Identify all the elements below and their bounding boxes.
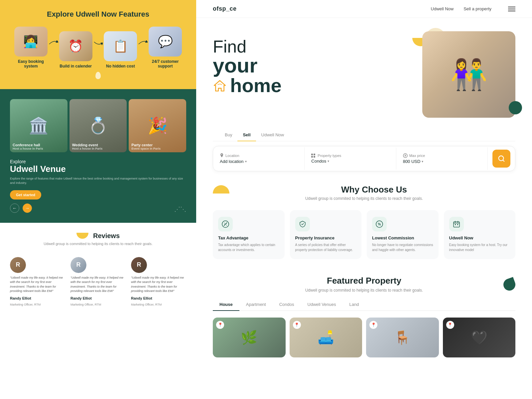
reviewer-role-2: Marketing Officer, RTM — [70, 303, 126, 306]
hero-your: your — [213, 55, 422, 76]
property-card-3[interactable]: 📍 🪑 — [366, 318, 439, 357]
hamburger-menu[interactable] — [508, 7, 515, 11]
property-value: Condos ▾ — [311, 159, 389, 164]
features-section: Explore Udwell Now Features 👩‍💻 Easy boo… — [0, 0, 196, 89]
property-img-2: 📍 🛋️ — [290, 318, 362, 357]
venue-img-party: 🎉 Party center Event space in Paris — [129, 99, 186, 152]
reviewer-avatar-2: R — [70, 257, 86, 273]
zigzag-deco: ⋰⋱ — [174, 205, 186, 213]
venue-img-label-party: Party center Event space in Paris — [131, 143, 161, 150]
hamburger-line-2 — [508, 9, 515, 9]
property-img-4: 📍 🖤 — [443, 318, 516, 357]
featured-tab-apartment[interactable]: Apartment — [239, 299, 273, 311]
search-button[interactable] — [492, 150, 510, 168]
tax-icon-svg — [221, 220, 229, 228]
search-tab-buy[interactable]: Buy — [219, 129, 237, 141]
why-card-tax: Tax Advantage Tax advantage which applie… — [213, 210, 285, 259]
grid-icon — [311, 154, 316, 158]
feature-item-calendar: ⏰ Build in calender — [58, 31, 93, 68]
percent-icon-svg: % — [375, 220, 383, 228]
search-tab-udwell[interactable]: Udwell Now — [256, 129, 290, 141]
hero-section: Find your home 👫 — [196, 18, 532, 124]
nav-prev-button[interactable]: ← — [10, 203, 19, 213]
avatar-placeholder-3: R — [131, 257, 147, 273]
hero-image-wrap: 👫 — [422, 31, 515, 118]
property-insurance-icon — [295, 217, 310, 231]
featured-tab-land[interactable]: Land — [343, 299, 366, 311]
why-card-title-udwell: Udwell Now — [449, 235, 510, 240]
features-title: Explore Udwell Now Features — [13, 10, 183, 19]
arrow-deco-2 — [93, 39, 103, 46]
reviews-half-circle-deco — [76, 233, 88, 239]
search-property-field[interactable]: Property types Condos ▾ — [305, 148, 396, 170]
search-icon — [498, 155, 505, 162]
reviews-subtitle: Udwell group is committed to helping its… — [44, 242, 153, 246]
property-emoji-2: 🛋️ — [318, 330, 334, 345]
search-tab-sell[interactable]: Sell — [237, 129, 256, 141]
hero-text: Find your home — [213, 31, 422, 118]
reviewer-name-2: Randy Elliot — [70, 296, 126, 300]
nav-next-button[interactable]: → — [23, 203, 32, 213]
search-price-field[interactable]: Max price 800 USD ▾ — [396, 147, 488, 170]
nav-link-sell[interactable]: Sell a property — [464, 6, 491, 11]
reviewer-name-3: Randy Elliot — [131, 296, 186, 300]
venue-text-col: Explore Udwell Venue Explore the range o… — [10, 159, 186, 200]
venue-nav: ← → — [10, 203, 186, 213]
property-card-2[interactable]: 📍 🛋️ — [290, 318, 362, 357]
svg-rect-0 — [311, 154, 313, 155]
search-location-field[interactable]: Location Add location ▾ — [213, 147, 305, 170]
property-card-4[interactable]: 📍 🖤 — [443, 318, 516, 357]
featured-tab-udwell-venues[interactable]: Udwell Venues — [301, 299, 343, 311]
review-text-1: "Udwell made my life easy. It helped me … — [10, 276, 65, 294]
get-started-button[interactable]: Get started — [10, 190, 41, 200]
reviewer-name-1: Randy Elliot — [10, 296, 65, 300]
property-grid: 📍 🌿 📍 🛋️ 📍 🪑 📍 🖤 — [213, 318, 515, 357]
feature-label-no-hidden: No hidden cost — [106, 64, 135, 68]
review-card-1: R "Udwell made my life easy. It helped m… — [10, 257, 65, 306]
arrow-deco-1 — [49, 39, 58, 46]
property-img-3: 📍 🪑 — [366, 318, 439, 357]
featured-tabs: House Apartment Condos Udwell Venues Lan… — [213, 299, 515, 311]
calendar-icon-svg — [453, 220, 461, 228]
hero-image-bg: 👫 — [422, 31, 515, 118]
venue-explore-label: Explore — [10, 159, 186, 164]
feature-label-support: 24/7 customer support — [148, 59, 183, 68]
search-tabs: Buy Sell Udwell Now — [213, 124, 515, 141]
review-text-3: "Udwell made my life easy. It helped me … — [131, 276, 186, 294]
featured-tab-condos[interactable]: Condos — [273, 299, 301, 311]
udwell-now-icon — [449, 217, 464, 231]
feature-label-booking: Easy booking system — [13, 59, 49, 68]
deco-green-circle — [509, 101, 522, 114]
why-card-title-insurance: Property Insurance — [295, 235, 356, 240]
reviewer-avatar-1: R — [10, 257, 26, 273]
svg-rect-9 — [455, 224, 456, 225]
why-card-commission: % Lowest Commission No longer have to ne… — [367, 210, 439, 259]
hamburger-line-1 — [508, 7, 515, 7]
why-card-title-tax: Tax Advantage — [218, 235, 279, 240]
nav-link-udwell-now[interactable]: Udwell Now — [431, 6, 454, 11]
venue-title: Udwell Venue — [10, 164, 186, 174]
why-card-title-commission: Lowest Commission — [372, 235, 433, 240]
property-card-1[interactable]: 📍 🌿 — [213, 318, 286, 357]
feature-img-calendar: ⏰ — [59, 31, 92, 61]
featured-tab-house[interactable]: House — [213, 299, 239, 311]
feature-item-booking: 👩‍💻 Easy booking system — [13, 27, 49, 68]
property-pin-4: 📍 — [446, 321, 454, 329]
reviewer-role-3: Marketing Officer, RTM — [131, 303, 186, 306]
lowest-commission-icon: % — [372, 217, 387, 231]
featured-header: Featured Property Udwell group is commit… — [213, 276, 515, 293]
location-pin-icon — [220, 153, 224, 158]
svg-rect-3 — [314, 156, 315, 158]
property-emoji-1: 🌿 — [241, 330, 257, 345]
why-card-insurance: Property Insurance A series of policies … — [290, 210, 362, 259]
feature-img-booking: 👩‍💻 — [14, 27, 48, 57]
venue-desc: Explore the range of features that make … — [10, 177, 186, 186]
why-card-desc-tax: Tax advantage which applies to certain a… — [218, 242, 279, 252]
tax-advantage-icon — [218, 217, 233, 231]
features-grid: 👩‍💻 Easy booking system ⏰ Build in calen… — [13, 27, 183, 68]
property-pin-3: 📍 — [369, 321, 377, 329]
teardrop-deco — [95, 72, 101, 79]
reviews-section: Reviews Udwell group is committed to hel… — [0, 223, 196, 399]
hero-home: home — [230, 76, 282, 95]
why-card-desc-commission: No longer have to negotiate commissions … — [372, 242, 433, 252]
